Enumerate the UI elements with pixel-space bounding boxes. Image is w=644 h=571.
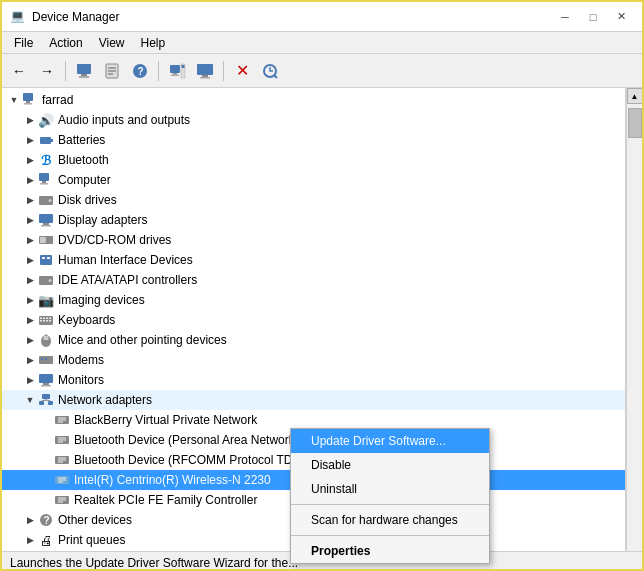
bluetooth-label: Bluetooth (58, 153, 109, 167)
hid-arrow: ▶ (22, 252, 38, 268)
tree-item-bluetooth[interactable]: ▶ ℬ Bluetooth (2, 150, 625, 170)
svg-rect-0 (77, 64, 91, 74)
svg-rect-13 (182, 65, 185, 68)
svg-rect-16 (200, 77, 210, 79)
btpan-icon (54, 432, 70, 448)
keyboards-label: Keyboards (58, 313, 115, 327)
toolbar-remove[interactable]: ✕ (229, 58, 255, 84)
otherdevices-label: Other devices (58, 513, 132, 527)
batteries-arrow: ▶ (22, 132, 38, 148)
context-disable[interactable]: Disable (291, 453, 489, 477)
toolbar-back[interactable]: ← (6, 58, 32, 84)
toolbar-forward[interactable]: → (34, 58, 60, 84)
tree-item-networkadapters[interactable]: ▼ Network adapters (2, 390, 625, 410)
maximize-button[interactable]: □ (580, 8, 606, 26)
scrollbar-thumb[interactable] (628, 108, 642, 138)
computer-icon2 (38, 172, 54, 188)
diskdrives-icon (38, 192, 54, 208)
tree-item-diskdrives[interactable]: ▶ Disk drives (2, 190, 625, 210)
menu-help[interactable]: Help (133, 34, 174, 51)
svg-rect-14 (197, 64, 213, 75)
svg-rect-25 (42, 181, 46, 183)
tree-item-hid[interactable]: ▶ Human Interface Devices (2, 250, 625, 270)
context-scan[interactable]: Scan for hardware changes (291, 508, 489, 532)
context-sep1 (291, 504, 489, 505)
context-properties[interactable]: Properties (291, 539, 489, 563)
scrollbar-up[interactable]: ▲ (627, 88, 643, 104)
imaging-arrow: ▶ (22, 292, 38, 308)
svg-rect-42 (46, 318, 48, 320)
hid-label: Human Interface Devices (58, 253, 193, 267)
svg-rect-26 (40, 183, 48, 185)
computer-icon (75, 62, 93, 80)
tree-item-ide[interactable]: ▶ IDE ATA/ATAPI controllers (2, 270, 625, 290)
mice-arrow: ▶ (22, 332, 38, 348)
audio-arrow: ▶ (22, 112, 38, 128)
context-uninstall[interactable]: Uninstall (291, 477, 489, 501)
svg-rect-10 (173, 73, 177, 75)
menu-file[interactable]: File (6, 34, 41, 51)
modems-icon (38, 352, 54, 368)
toolbar-help[interactable]: ? (127, 58, 153, 84)
btrfcomm-label: Bluetooth Device (RFCOMM Protocol TDI) (74, 453, 300, 467)
svg-text:?: ? (138, 66, 144, 77)
minimize-button[interactable]: ─ (552, 8, 578, 26)
svg-rect-56 (41, 385, 51, 387)
svg-rect-44 (40, 320, 42, 322)
menu-view[interactable]: View (91, 34, 133, 51)
toolbar-devmgr[interactable] (164, 58, 190, 84)
ide-arrow: ▶ (22, 272, 38, 288)
monitor-icon (196, 62, 214, 80)
diskdrives-arrow: ▶ (22, 192, 38, 208)
tree-item-mice[interactable]: ▶ Mice and other pointing devices (2, 330, 625, 350)
displayadapters-icon (38, 212, 54, 228)
tree-item-batteries[interactable]: ▶ Batteries (2, 130, 625, 150)
window-title: Device Manager (32, 10, 119, 24)
printqueues-arrow: ▶ (22, 532, 38, 548)
menu-bar: File Action View Help (2, 32, 642, 54)
blackberry-icon (54, 412, 70, 428)
main-area: ▼ farrad ▶ 🔊 Audio inputs and outputs ▶ … (2, 88, 642, 551)
tree-item-computer[interactable]: ▶ Computer (2, 170, 625, 190)
displayadapters-label: Display adapters (58, 213, 147, 227)
svg-rect-34 (40, 255, 52, 265)
scrollbar[interactable]: ▲ (626, 88, 642, 551)
computer-label: Computer (58, 173, 111, 187)
menu-action[interactable]: Action (41, 34, 90, 51)
modems-label: Modems (58, 353, 104, 367)
tree-item-displayadapters[interactable]: ▶ Display adapters (2, 210, 625, 230)
diskdrives-label: Disk drives (58, 193, 117, 207)
toolbar-monitor[interactable] (192, 58, 218, 84)
toolbar-properties[interactable] (99, 58, 125, 84)
toolbar-computer[interactable] (71, 58, 97, 84)
mice-label: Mice and other pointing devices (58, 333, 227, 347)
modems-arrow: ▶ (22, 352, 38, 368)
tree-item-keyboards[interactable]: ▶ Keyboards (2, 310, 625, 330)
tree-item-dvd[interactable]: ▶ DVD/CD-ROM drives (2, 230, 625, 250)
btpan-label: Bluetooth Device (Personal Area Network) (74, 433, 299, 447)
svg-rect-9 (170, 65, 180, 73)
svg-rect-11 (171, 74, 179, 76)
close-button[interactable]: ✕ (608, 8, 634, 26)
tree-root[interactable]: ▼ farrad (2, 90, 625, 110)
keyboards-icon (38, 312, 54, 328)
audio-label: Audio inputs and outputs (58, 113, 190, 127)
monitors-icon (38, 372, 54, 388)
tree-item-audio[interactable]: ▶ 🔊 Audio inputs and outputs (2, 110, 625, 130)
toolbar-scan[interactable] (257, 58, 283, 84)
displayadapters-arrow: ▶ (22, 212, 38, 228)
bluetooth-arrow: ▶ (22, 152, 38, 168)
svg-point-38 (49, 279, 52, 282)
svg-rect-49 (44, 336, 49, 340)
toolbar: ← → ? (2, 54, 642, 88)
tree-item-monitors[interactable]: ▶ Monitors (2, 370, 625, 390)
tree-item-imaging[interactable]: ▶ 📷 Imaging devices (2, 290, 625, 310)
mice-icon (38, 332, 54, 348)
context-update-driver[interactable]: Update Driver Software... (291, 429, 489, 453)
svg-rect-31 (41, 225, 51, 227)
tree-item-modems[interactable]: ▶ Modems (2, 350, 625, 370)
tree-item-blackberry[interactable]: ▶ BlackBerry Virtual Private Network (2, 410, 625, 430)
svg-rect-59 (48, 401, 53, 405)
svg-rect-45 (43, 320, 45, 322)
svg-rect-43 (49, 318, 51, 320)
